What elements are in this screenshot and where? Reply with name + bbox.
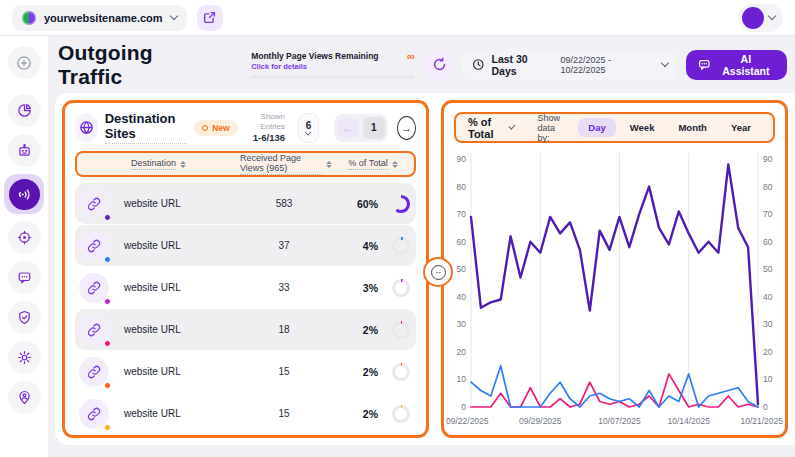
- sidebar: [0, 36, 48, 457]
- views-value: 18: [238, 324, 330, 335]
- table-row[interactable]: website URL 15 2%: [75, 351, 416, 392]
- svg-text:10/07/2025: 10/07/2025: [598, 416, 641, 426]
- panel-resize-button[interactable]: ↔: [423, 257, 453, 287]
- sidebar-item-analytics[interactable]: [8, 94, 41, 127]
- sidebar-item-outgoing-traffic[interactable]: [4, 174, 44, 214]
- page-size-select[interactable]: 6: [298, 113, 319, 143]
- chevron-down-icon: [661, 59, 669, 67]
- site-color-dot: [104, 298, 111, 305]
- sidebar-expand-button[interactable]: [8, 46, 41, 79]
- svg-text:90: 90: [763, 154, 773, 164]
- destination-label: website URL: [115, 198, 238, 209]
- next-page-button[interactable]: →: [397, 116, 416, 140]
- new-badge: New: [194, 120, 237, 136]
- svg-text:40: 40: [763, 292, 773, 302]
- svg-text:70: 70: [763, 209, 773, 219]
- column-header[interactable]: Destination: [77, 158, 240, 170]
- chart-area: 0010102020303040405050606070708080909009…: [444, 147, 785, 435]
- pct-donut: [390, 319, 412, 341]
- refresh-icon: [432, 57, 447, 72]
- show-data-by-label: Show data by:: [537, 113, 566, 143]
- active-item-circle: [9, 179, 40, 210]
- pct-donut: [390, 361, 412, 383]
- svg-text:30: 30: [457, 319, 467, 329]
- pct-value: 4%: [330, 240, 382, 252]
- svg-text:30: 30: [763, 319, 773, 329]
- user-menu[interactable]: [738, 4, 783, 32]
- sidebar-item-goals[interactable]: [8, 221, 41, 254]
- clock-icon: [472, 58, 485, 71]
- pct-donut-track: [394, 364, 409, 379]
- column-header-row: DestinationReceived Page Views (965)% of…: [75, 151, 416, 177]
- views-value: 15: [238, 408, 330, 419]
- destination-label: website URL: [115, 408, 238, 419]
- svg-text:10/14/2025: 10/14/2025: [667, 416, 710, 426]
- tab-year[interactable]: Year: [721, 118, 761, 137]
- chevron-down-icon: [768, 12, 776, 20]
- svg-text:10/21/2025: 10/21/2025: [740, 416, 783, 426]
- views-value: 583: [238, 198, 330, 209]
- tab-day[interactable]: Day: [578, 118, 615, 137]
- topbar: yourwebsitename.com: [0, 0, 795, 36]
- svg-text:10: 10: [763, 374, 773, 384]
- table-row[interactable]: website URL 18 2%: [75, 309, 416, 350]
- table-row[interactable]: website URL 583 60%: [75, 183, 416, 224]
- svg-text:40: 40: [457, 292, 467, 302]
- svg-text:50: 50: [763, 264, 773, 274]
- tab-month[interactable]: Month: [668, 118, 717, 137]
- prev-page-button[interactable]: ←: [337, 117, 359, 139]
- tab-week[interactable]: Week: [620, 118, 665, 137]
- pct-donut: [390, 403, 412, 425]
- table-row[interactable]: website URL 33 3%: [75, 267, 416, 308]
- gear-icon: [17, 350, 32, 365]
- pct-value: 2%: [330, 366, 382, 378]
- traffic-chart-panel: % of Total Show data by: DayWeekMonthYea…: [441, 100, 788, 438]
- site-color-dot: [104, 256, 111, 263]
- open-site-button[interactable]: [197, 5, 223, 31]
- main-content: Outgoing Traffic Monthly Page Views Rema…: [48, 36, 795, 457]
- sidebar-item-visitors[interactable]: [8, 381, 41, 414]
- svg-text:09/22/2025: 09/22/2025: [446, 416, 489, 426]
- views-value: 37: [238, 240, 330, 251]
- site-selector[interactable]: yourwebsitename.com: [12, 5, 187, 31]
- sidebar-item-security[interactable]: [8, 301, 41, 334]
- metric-select[interactable]: % of Total: [468, 116, 513, 140]
- svg-text:70: 70: [457, 209, 467, 219]
- site-color-dot: [104, 424, 111, 431]
- table-row[interactable]: website URL 37 4%: [75, 225, 416, 266]
- target-icon: [17, 230, 32, 245]
- external-link-icon: [203, 11, 216, 24]
- table-grid-icon: [75, 113, 98, 142]
- sidebar-item-messages[interactable]: [8, 261, 41, 294]
- svg-text:50: 50: [457, 264, 467, 274]
- pct-value: 60%: [330, 198, 382, 210]
- quota-details-link[interactable]: Click for details: [251, 62, 378, 71]
- table-row[interactable]: website URL 15 2%: [75, 393, 416, 434]
- column-header[interactable]: Received Page Views (965): [240, 153, 332, 175]
- pie-chart-icon: [17, 103, 32, 118]
- sidebar-item-assistant[interactable]: [8, 134, 41, 167]
- column-header[interactable]: % of Total: [332, 158, 414, 170]
- refresh-button[interactable]: [425, 50, 454, 80]
- svg-text:10: 10: [457, 374, 467, 384]
- svg-text:60: 60: [457, 237, 467, 247]
- pct-donut: [390, 235, 412, 257]
- range-dates: 09/22/2025 - 10/22/2025: [561, 55, 656, 75]
- svg-text:0: 0: [461, 402, 466, 412]
- dashboard-card: Destination Sites New Shown Entries 1-6/…: [55, 93, 795, 445]
- svg-text:80: 80: [457, 182, 467, 192]
- person-pin-icon: [17, 390, 32, 405]
- site-color-dot: [104, 382, 111, 389]
- ai-assistant-button[interactable]: AI Assistant: [686, 50, 787, 80]
- traffic-line-chart: 0010102020303040405050606070708080909009…: [444, 147, 785, 431]
- chart-controls: % of Total Show data by: DayWeekMonthYea…: [454, 112, 775, 143]
- site-color-dot: [104, 340, 111, 347]
- sort-icon: [392, 161, 398, 168]
- svg-text:80: 80: [763, 182, 773, 192]
- sort-icon: [180, 161, 186, 168]
- chevron-down-icon: [169, 12, 177, 20]
- chat-bubble-icon: [698, 58, 711, 71]
- sidebar-item-settings[interactable]: [8, 341, 41, 374]
- views-value: 33: [238, 282, 330, 293]
- date-range-picker[interactable]: Last 30 Days 09/22/2025 - 10/22/2025: [462, 50, 678, 80]
